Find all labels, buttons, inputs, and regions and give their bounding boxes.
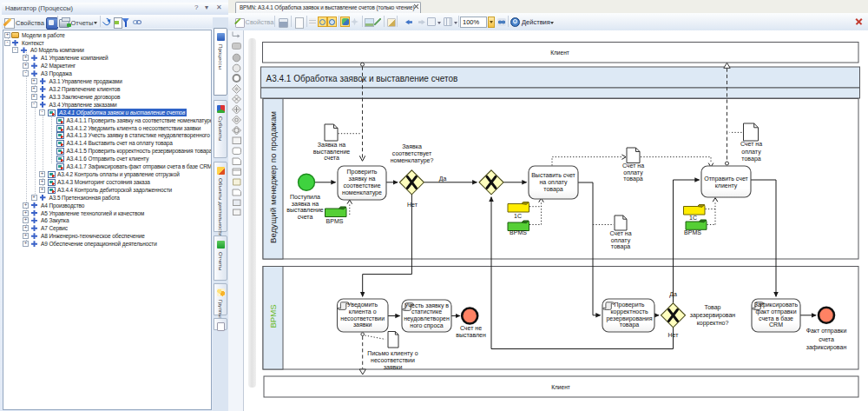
- svg-text:статистике: статистике: [411, 308, 442, 315]
- svg-text:1С: 1С: [689, 215, 697, 221]
- svg-text:счета: счета: [819, 336, 834, 342]
- svg-text:Нет: Нет: [407, 202, 418, 208]
- svg-text:соответствует: соответствует: [392, 150, 432, 157]
- svg-text:Счет на: Счет на: [609, 230, 631, 236]
- svg-text:Заявка: Заявка: [402, 143, 422, 149]
- svg-text:клиента о: клиента о: [349, 308, 377, 315]
- svg-text:выставлен: выставлен: [456, 332, 486, 338]
- svg-text:соответствие: соответствие: [343, 182, 380, 189]
- svg-text:Счет на: Счет на: [740, 141, 762, 147]
- svg-text:Счет на: Счет на: [622, 162, 644, 169]
- svg-text:Товар: Товар: [704, 304, 720, 311]
- svg-text:заявку на: заявку на: [349, 176, 376, 182]
- svg-text:CRM: CRM: [769, 322, 783, 328]
- svg-text:Да: Да: [439, 176, 447, 182]
- svg-text:номенклатуре?: номенклатуре?: [391, 157, 434, 164]
- svg-text:Ведущий менеджер по продажам: Ведущий менеджер по продажам: [268, 111, 278, 243]
- svg-text:Проверить: Проверить: [346, 169, 377, 176]
- svg-text:клиенту: клиенту: [715, 182, 738, 189]
- svg-text:оплату: оплату: [741, 149, 761, 156]
- svg-text:счета: счета: [324, 155, 339, 161]
- svg-text:Заявка на: Заявка на: [318, 142, 346, 148]
- svg-text:заявки: заявки: [384, 364, 403, 370]
- svg-text:Клиент: Клиент: [551, 384, 570, 390]
- svg-text:зарезервирован: зарезервирован: [690, 312, 736, 319]
- svg-text:BPMS: BPMS: [268, 304, 278, 328]
- svg-text:Счет не: Счет не: [460, 325, 482, 331]
- svg-text:счета: счета: [298, 214, 313, 220]
- svg-text:товара: товара: [741, 156, 760, 162]
- svg-text:Выставить счет: Выставить счет: [531, 172, 575, 178]
- svg-text:корректно?: корректно?: [697, 320, 729, 327]
- svg-text:Нет: Нет: [668, 332, 680, 338]
- svg-text:BPMS: BPMS: [684, 229, 701, 235]
- svg-text:товара: товара: [623, 176, 642, 182]
- svg-text:А3.4.1 Обработка заявок и выст: А3.4.1 Обработка заявок и выставление сч…: [266, 74, 458, 83]
- svg-text:несоответствии: несоответствии: [371, 357, 415, 363]
- svg-text:счета в базе: счета в базе: [759, 315, 793, 322]
- svg-text:BPMS: BPMS: [326, 218, 344, 224]
- svg-text:заявки: заявки: [353, 322, 372, 328]
- svg-text:выставление: выставление: [313, 149, 351, 155]
- svg-text:Отправить счет: Отправить счет: [704, 176, 748, 182]
- svg-text:выставление: выставление: [286, 207, 324, 213]
- svg-text:Факт отправки: Факт отправки: [806, 328, 847, 335]
- svg-text:ного спроса: ного спроса: [410, 322, 444, 329]
- svg-text:товара: товара: [620, 322, 639, 328]
- svg-text:Клиент: Клиент: [550, 50, 569, 56]
- svg-text:товара: товара: [611, 243, 630, 250]
- svg-text:на оплату: на оплату: [540, 179, 568, 186]
- svg-text:1С: 1С: [514, 213, 522, 219]
- svg-text:несоответствии: несоответствии: [340, 315, 385, 322]
- svg-text:заявка на: заявка на: [292, 201, 319, 207]
- svg-text:зафиксирован: зафиксирован: [806, 344, 847, 351]
- svg-text:номенклатуре: номенклатуре: [342, 189, 382, 196]
- svg-text:Да: Да: [669, 291, 677, 298]
- svg-text:Письмо клиенту о: Письмо клиенту о: [367, 350, 418, 357]
- svg-text:BPMS: BPMS: [510, 229, 527, 235]
- svg-text:товара: товара: [543, 186, 562, 193]
